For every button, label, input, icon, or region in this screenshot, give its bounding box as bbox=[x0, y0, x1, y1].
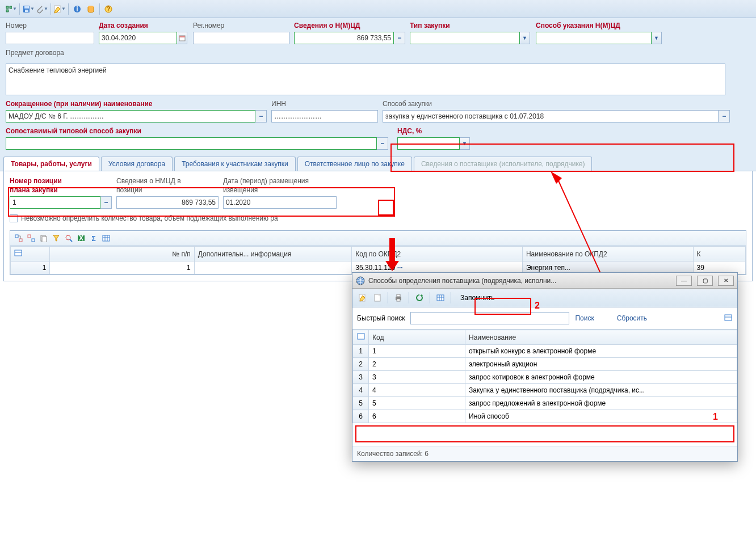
grid-settings-icon[interactable] bbox=[724, 313, 733, 324]
edit-icon[interactable] bbox=[357, 292, 368, 303]
tab-strip: Товары, работы, услуги Условия договора … bbox=[0, 157, 756, 171]
method-field[interactable] bbox=[383, 110, 719, 123]
impossible-checkbox[interactable] bbox=[10, 214, 18, 222]
list-item[interactable]: 22электронный аукцион bbox=[353, 358, 737, 371]
typical-lookup-icon[interactable]: ··· bbox=[377, 137, 388, 150]
reg-label: Рег.номер bbox=[193, 22, 289, 29]
method-label: Способ закупки bbox=[383, 100, 730, 108]
reg-field[interactable] bbox=[193, 32, 289, 44]
svg-rect-22 bbox=[15, 250, 22, 256]
svg-rect-12 bbox=[19, 239, 22, 242]
list-item[interactable]: 33запрос котировок в электронной форме bbox=[353, 371, 737, 384]
col-num[interactable]: № п/п bbox=[50, 247, 194, 261]
number-field[interactable] bbox=[6, 32, 94, 44]
type-label: Тип закупки bbox=[410, 22, 531, 29]
spec-field[interactable] bbox=[536, 32, 652, 44]
dropdown-icon[interactable]: ▼ bbox=[460, 137, 470, 150]
search-button[interactable]: Поиск bbox=[575, 314, 594, 322]
copy-icon[interactable] bbox=[39, 233, 49, 243]
svg-rect-32 bbox=[358, 334, 364, 339]
tab-goods[interactable]: Товары, работы, услуги bbox=[3, 157, 99, 171]
col-name[interactable]: Наименование по ОКПД2 bbox=[522, 247, 693, 261]
new-icon[interactable] bbox=[372, 292, 383, 303]
svg-rect-11 bbox=[15, 235, 18, 238]
tab-requirements[interactable]: Требования к участникам закупки bbox=[174, 157, 296, 171]
search-label: Быстрый поиск bbox=[357, 314, 405, 322]
doc-edit-icon[interactable]: ▼ bbox=[53, 3, 66, 15]
attach-icon[interactable]: ▼ bbox=[36, 3, 48, 15]
dropdown-icon[interactable]: ▼ bbox=[652, 32, 662, 44]
list-item[interactable]: 44Закупка у единственного поставщика (по… bbox=[353, 384, 737, 397]
nmcd-lookup-icon[interactable]: ··· bbox=[394, 32, 405, 44]
find-icon[interactable] bbox=[64, 233, 74, 243]
reset-button[interactable]: Сбросить bbox=[617, 314, 647, 322]
tree-collapse-icon[interactable] bbox=[26, 233, 36, 243]
list-item[interactable]: 11открытый конкурс в электронной форме bbox=[353, 345, 737, 358]
maximize-icon[interactable]: ▢ bbox=[697, 276, 713, 286]
columns-icon[interactable] bbox=[435, 292, 446, 303]
svg-rect-21 bbox=[103, 235, 110, 241]
tree-expand-icon[interactable] bbox=[14, 233, 24, 243]
date-label: Дата создания bbox=[99, 22, 188, 29]
inn-field[interactable] bbox=[271, 110, 378, 123]
subject-label: Предмет договора bbox=[6, 49, 750, 57]
vat-field[interactable] bbox=[397, 137, 460, 150]
filter-icon[interactable] bbox=[51, 233, 61, 243]
pos-lookup-icon[interactable]: ··· bbox=[100, 196, 112, 209]
impossible-label: Невозможно определить количество товара,… bbox=[21, 214, 278, 222]
refresh-icon[interactable] bbox=[414, 292, 425, 303]
shortname-lookup-icon[interactable]: ··· bbox=[255, 110, 267, 123]
datepub-label2: извещения bbox=[223, 186, 337, 194]
date-field[interactable] bbox=[99, 32, 177, 44]
info-icon[interactable]: i bbox=[71, 3, 83, 15]
shortname-field[interactable] bbox=[6, 110, 255, 123]
svg-rect-13 bbox=[28, 235, 31, 238]
dialog-toolbar: Запомнить bbox=[352, 289, 737, 307]
col-dname[interactable]: Наименование bbox=[465, 330, 737, 345]
remember-button[interactable]: Запомнить bbox=[456, 293, 499, 303]
close-icon[interactable]: ✕ bbox=[718, 276, 734, 286]
col-okpd[interactable]: Код по ОКПД2 bbox=[352, 247, 523, 261]
sum-icon[interactable]: Σ bbox=[89, 233, 99, 243]
excel-icon[interactable]: X bbox=[76, 233, 86, 243]
db-icon[interactable] bbox=[85, 3, 97, 15]
columns-icon[interactable] bbox=[101, 233, 111, 243]
search-input[interactable] bbox=[410, 312, 569, 324]
pos-label1: Номер позиции bbox=[10, 177, 112, 185]
tab-conditions[interactable]: Условия договора bbox=[101, 157, 173, 171]
svg-rect-29 bbox=[397, 299, 400, 301]
typical-field[interactable] bbox=[6, 137, 377, 150]
svg-text:X: X bbox=[79, 234, 83, 242]
flow-icon[interactable]: ▼ bbox=[5, 3, 17, 15]
nmcdpos-label2: позиции bbox=[116, 186, 219, 194]
subject-field[interactable]: Снабжение тепловой энергией bbox=[6, 64, 725, 95]
minimize-icon[interactable]: — bbox=[676, 276, 692, 286]
pos-label2: плана закупки bbox=[10, 186, 112, 194]
datepub-field[interactable] bbox=[223, 196, 337, 209]
list-item[interactable]: 55запрос предложений в электронной форме bbox=[353, 397, 737, 410]
spec-label: Способ указания Н(М)ЦД bbox=[536, 22, 663, 29]
calendar-icon[interactable] bbox=[177, 32, 187, 44]
globe-icon bbox=[356, 276, 365, 285]
supplier-method-dialog: Способы определения поставщика (подрядчи… bbox=[352, 272, 738, 462]
svg-rect-1 bbox=[24, 6, 29, 9]
tab-responsible[interactable]: Ответственное лицо по закупке bbox=[297, 157, 412, 171]
list-item[interactable]: 66Иной способ bbox=[353, 410, 737, 423]
col-k[interactable]: К bbox=[693, 247, 746, 261]
help-icon[interactable]: ? bbox=[102, 3, 115, 15]
svg-rect-14 bbox=[32, 239, 35, 242]
nmcdpos-field[interactable] bbox=[116, 196, 219, 209]
dialog-titlebar[interactable]: Способы определения поставщика (подрядчи… bbox=[352, 273, 737, 289]
save-icon[interactable]: ▼ bbox=[22, 3, 35, 15]
nmcd-field[interactable] bbox=[294, 32, 394, 44]
type-field[interactable] bbox=[410, 32, 520, 44]
method-lookup-icon[interactable]: ··· bbox=[719, 110, 730, 123]
print-icon[interactable] bbox=[393, 292, 404, 303]
col-add[interactable]: Дополнительн... информация bbox=[194, 247, 352, 261]
form-area: Номер Дата создания Рег.номер Сведения о… bbox=[0, 18, 756, 157]
dropdown-icon[interactable]: ▼ bbox=[520, 32, 530, 44]
pos-field[interactable] bbox=[10, 196, 100, 209]
nmcdpos-label1: Сведения о НМЦД в bbox=[116, 177, 219, 185]
tab-goods-body: Номер позиции плана закупки ··· Сведения… bbox=[3, 171, 753, 281]
col-code[interactable]: Код bbox=[369, 330, 465, 345]
